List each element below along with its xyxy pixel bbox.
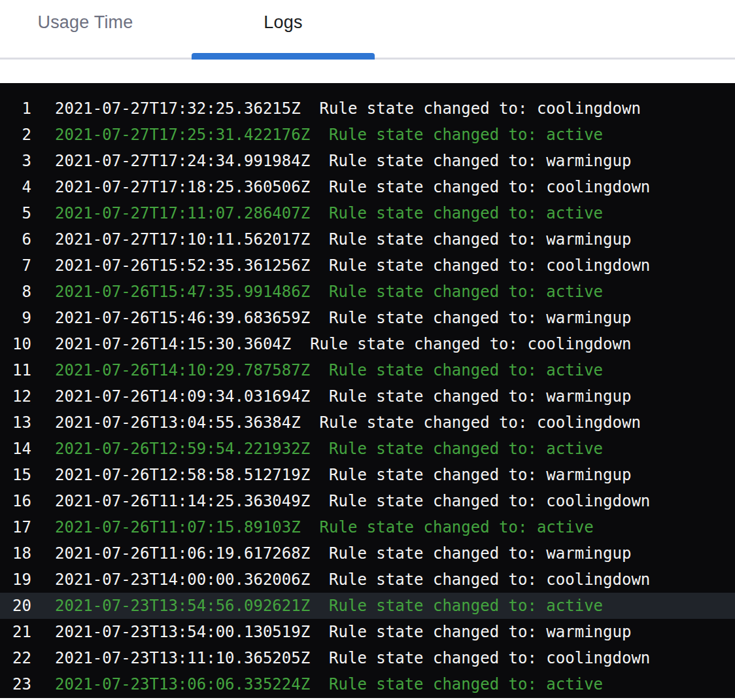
tab-bar: Usage Time Logs bbox=[0, 0, 735, 60]
log-row[interactable]: 21 2021-07-23T13:54:00.130519ZRule state… bbox=[0, 619, 735, 645]
log-text: Rule state changed to: coolingdown bbox=[320, 99, 641, 118]
log-text: Rule state changed to: warmingup bbox=[329, 152, 631, 170]
log-message: 2021-07-27T17:11:07.286407ZRule state ch… bbox=[55, 200, 603, 226]
log-panel: 1 2021-07-27T17:32:25.36215ZRule state c… bbox=[0, 83, 735, 698]
log-text: Rule state changed to: active bbox=[329, 597, 603, 615]
log-message: 2021-07-26T14:15:30.3604ZRule state chan… bbox=[55, 331, 631, 357]
log-row[interactable]: 12 2021-07-26T14:09:34.031694ZRule state… bbox=[0, 383, 735, 410]
log-row[interactable]: 23 2021-07-23T13:06:06.335224ZRule state… bbox=[0, 671, 735, 697]
log-timestamp: 2021-07-26T15:47:35.991486Z bbox=[55, 283, 310, 301]
log-timestamp: 2021-07-23T13:06:06.335224Z bbox=[55, 675, 310, 693]
log-timestamp: 2021-07-27T17:11:07.286407Z bbox=[55, 204, 310, 222]
log-text: Rule state changed to: coolingdown bbox=[329, 649, 650, 667]
log-text: Rule state changed to: coolingdown bbox=[329, 570, 650, 589]
line-number: 1 bbox=[0, 96, 31, 122]
log-text: Rule state changed to: active bbox=[320, 518, 594, 536]
log-row[interactable]: 3 2021-07-27T17:24:34.991984ZRule state … bbox=[0, 148, 735, 174]
line-number: 18 bbox=[0, 540, 31, 567]
log-text: Rule state changed to: active bbox=[329, 440, 603, 458]
tab-usage-time[interactable]: Usage Time bbox=[0, 0, 171, 58]
log-row[interactable]: 9 2021-07-26T15:46:39.683659ZRule state … bbox=[0, 305, 735, 331]
line-number: 8 bbox=[0, 279, 31, 305]
log-row[interactable]: 2 2021-07-27T17:25:31.422176ZRule state … bbox=[0, 122, 735, 148]
log-row[interactable]: 8 2021-07-26T15:47:35.991486ZRule state … bbox=[0, 279, 735, 305]
log-text: Rule state changed to: active bbox=[329, 675, 603, 693]
log-row[interactable]: 16 2021-07-26T11:14:25.363049ZRule state… bbox=[0, 488, 735, 514]
log-timestamp: 2021-07-26T11:06:19.617268Z bbox=[55, 544, 310, 563]
log-rows-container: 1 2021-07-27T17:32:25.36215ZRule state c… bbox=[0, 96, 735, 697]
log-row[interactable]: 13 2021-07-26T13:04:55.36384ZRule state … bbox=[0, 410, 735, 436]
log-text: Rule state changed to: warmingup bbox=[329, 230, 631, 249]
log-timestamp: 2021-07-26T13:04:55.36384Z bbox=[55, 413, 301, 432]
log-row[interactable]: 10 2021-07-26T14:15:30.3604ZRule state c… bbox=[0, 331, 735, 357]
log-timestamp: 2021-07-26T11:14:25.363049Z bbox=[55, 492, 310, 510]
tab-logs-label: Logs bbox=[264, 12, 302, 33]
log-message: 2021-07-23T13:06:06.335224ZRule state ch… bbox=[55, 671, 603, 697]
line-number: 2 bbox=[0, 122, 31, 148]
log-timestamp: 2021-07-26T11:07:15.89103Z bbox=[55, 518, 301, 536]
log-message: 2021-07-23T13:54:00.130519ZRule state ch… bbox=[55, 619, 631, 645]
line-number: 22 bbox=[0, 645, 31, 671]
log-timestamp: 2021-07-23T13:11:10.365205Z bbox=[55, 649, 310, 667]
log-timestamp: 2021-07-26T15:52:35.361256Z bbox=[55, 256, 310, 275]
line-number: 12 bbox=[0, 383, 31, 410]
log-row[interactable]: 7 2021-07-26T15:52:35.361256ZRule state … bbox=[0, 253, 735, 279]
line-number: 16 bbox=[0, 488, 31, 514]
log-row[interactable]: 18 2021-07-26T11:06:19.617268ZRule state… bbox=[0, 540, 735, 567]
line-number: 15 bbox=[0, 462, 31, 488]
log-timestamp: 2021-07-23T14:00:00.362006Z bbox=[55, 570, 310, 589]
log-row[interactable]: 6 2021-07-27T17:10:11.562017ZRule state … bbox=[0, 226, 735, 253]
log-timestamp: 2021-07-26T14:15:30.3604Z bbox=[55, 335, 291, 353]
log-timestamp: 2021-07-23T13:54:56.092621Z bbox=[55, 597, 310, 615]
log-message: 2021-07-23T13:54:56.092621ZRule state ch… bbox=[55, 593, 603, 619]
line-number: 4 bbox=[0, 174, 31, 200]
line-number: 11 bbox=[0, 357, 31, 383]
log-message: 2021-07-23T13:11:10.365205ZRule state ch… bbox=[55, 645, 650, 671]
log-timestamp: 2021-07-26T14:09:34.031694Z bbox=[55, 387, 310, 406]
log-row[interactable]: 15 2021-07-26T12:58:58.512719ZRule state… bbox=[0, 462, 735, 488]
log-message: 2021-07-26T12:59:54.221932ZRule state ch… bbox=[55, 436, 603, 462]
log-row[interactable]: 22 2021-07-23T13:11:10.365205ZRule state… bbox=[0, 645, 735, 671]
log-row[interactable]: 20 2021-07-23T13:54:56.092621ZRule state… bbox=[0, 593, 735, 619]
line-number: 21 bbox=[0, 619, 31, 645]
log-text: Rule state changed to: warmingup bbox=[329, 623, 631, 641]
log-text: Rule state changed to: warmingup bbox=[329, 466, 631, 484]
log-timestamp: 2021-07-26T15:46:39.683659Z bbox=[55, 309, 310, 327]
log-text: Rule state changed to: coolingdown bbox=[329, 178, 650, 196]
tab-logs[interactable]: Logs bbox=[192, 0, 375, 58]
log-message: 2021-07-27T17:25:31.422176ZRule state ch… bbox=[55, 122, 603, 148]
log-message: 2021-07-26T11:14:25.363049ZRule state ch… bbox=[55, 488, 650, 514]
line-number: 23 bbox=[0, 671, 31, 697]
line-number: 3 bbox=[0, 148, 31, 174]
log-text: Rule state changed to: coolingdown bbox=[320, 413, 641, 432]
log-message: 2021-07-27T17:24:34.991984ZRule state ch… bbox=[55, 148, 631, 174]
log-timestamp: 2021-07-26T12:58:58.512719Z bbox=[55, 466, 310, 484]
log-message: 2021-07-26T11:07:15.89103ZRule state cha… bbox=[55, 514, 594, 540]
log-timestamp: 2021-07-27T17:18:25.360506Z bbox=[55, 178, 310, 196]
log-row[interactable]: 19 2021-07-23T14:00:00.362006ZRule state… bbox=[0, 567, 735, 593]
log-row[interactable]: 5 2021-07-27T17:11:07.286407ZRule state … bbox=[0, 200, 735, 226]
log-text: Rule state changed to: active bbox=[329, 283, 603, 301]
tab-content-gap bbox=[0, 60, 735, 83]
log-message: 2021-07-26T15:52:35.361256ZRule state ch… bbox=[55, 253, 650, 279]
log-text: Rule state changed to: warmingup bbox=[329, 544, 631, 563]
log-message: 2021-07-26T15:46:39.683659ZRule state ch… bbox=[55, 305, 631, 331]
log-timestamp: 2021-07-27T17:10:11.562017Z bbox=[55, 230, 310, 249]
log-row[interactable]: 4 2021-07-27T17:18:25.360506ZRule state … bbox=[0, 174, 735, 200]
log-row[interactable]: 14 2021-07-26T12:59:54.221932ZRule state… bbox=[0, 436, 735, 462]
log-message: 2021-07-26T14:09:34.031694ZRule state ch… bbox=[55, 383, 631, 410]
log-row[interactable]: 1 2021-07-27T17:32:25.36215ZRule state c… bbox=[0, 96, 735, 122]
line-number: 13 bbox=[0, 410, 31, 436]
log-row[interactable]: 11 2021-07-26T14:10:29.787587ZRule state… bbox=[0, 357, 735, 383]
line-number: 17 bbox=[0, 514, 31, 540]
log-text: Rule state changed to: active bbox=[329, 204, 603, 222]
log-message: 2021-07-23T14:00:00.362006ZRule state ch… bbox=[55, 567, 650, 593]
log-row[interactable]: 17 2021-07-26T11:07:15.89103ZRule state … bbox=[0, 514, 735, 540]
log-timestamp: 2021-07-27T17:32:25.36215Z bbox=[55, 99, 301, 118]
line-number: 10 bbox=[0, 331, 31, 357]
log-text: Rule state changed to: coolingdown bbox=[329, 256, 650, 275]
log-message: 2021-07-27T17:18:25.360506ZRule state ch… bbox=[55, 174, 650, 200]
active-tab-indicator bbox=[192, 53, 375, 60]
line-number: 19 bbox=[0, 567, 31, 593]
log-message: 2021-07-26T14:10:29.787587ZRule state ch… bbox=[55, 357, 603, 383]
